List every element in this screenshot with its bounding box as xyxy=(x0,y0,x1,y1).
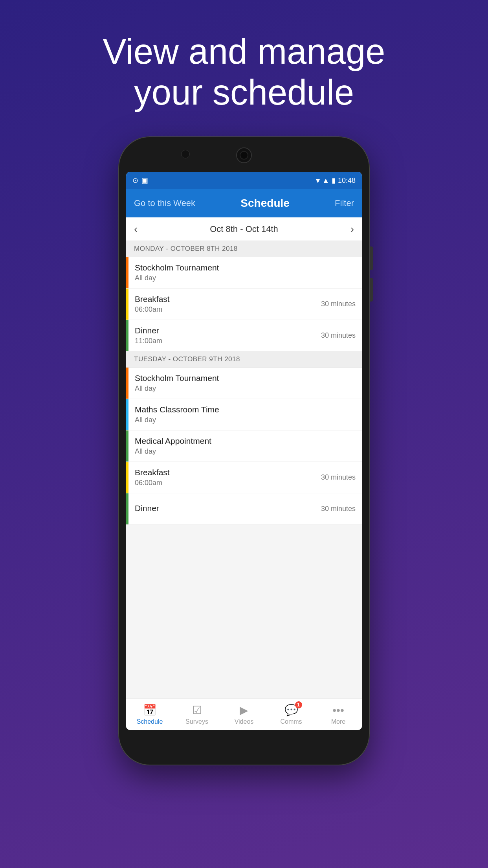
rear-camera xyxy=(236,147,252,163)
app-bar-title: Schedule xyxy=(240,197,289,210)
more-icon: ••• xyxy=(332,704,344,716)
event-item[interactable]: Maths Classroom TimeAll day xyxy=(126,399,362,430)
nav-icon-wrapper-schedule: 📅 xyxy=(143,704,157,717)
nav-item-surveys[interactable]: ☑Surveys xyxy=(173,699,220,730)
nav-item-videos[interactable]: ▶Videos xyxy=(220,699,268,730)
volume-down-button xyxy=(370,278,373,302)
nav-icon-wrapper-surveys: ☑ xyxy=(192,704,202,717)
nav-label-surveys: Surveys xyxy=(185,718,208,725)
prev-week-button[interactable]: ‹ xyxy=(134,223,138,235)
nav-item-comms[interactable]: 💬1Comms xyxy=(268,699,315,730)
event-subtitle: 11:00am xyxy=(135,337,308,345)
front-camera xyxy=(181,150,190,158)
videos-icon: ▶ xyxy=(240,704,248,716)
event-item[interactable]: Breakfast06:00am30 minutes xyxy=(126,289,362,320)
event-title: Dinner xyxy=(135,326,308,335)
event-content: Stockholm TournamentAll day xyxy=(128,257,362,288)
phone-body: ⊙ ▣ ▾ ▲ ▮ 10:48 Go to this Week Schedule… xyxy=(118,136,370,765)
status-bar: ⊙ ▣ ▾ ▲ ▮ 10:48 xyxy=(126,172,362,189)
event-content: Medical AppointmentAll day xyxy=(128,430,362,462)
status-left-icons: ⊙ ▣ xyxy=(132,176,148,185)
week-range-label: Oct 8th - Oct 14th xyxy=(210,224,278,234)
goto-this-week-button[interactable]: Go to this Week xyxy=(134,198,195,208)
event-subtitle: All day xyxy=(135,274,356,282)
schedule-list: MONDAY - OCTOBER 8TH 2018Stockholm Tourn… xyxy=(126,241,362,699)
event-content: Stockholm TournamentAll day xyxy=(128,368,362,399)
sim-icon: ⊙ xyxy=(132,176,138,185)
event-title: Breakfast xyxy=(135,294,308,304)
event-content: Breakfast06:00am xyxy=(128,289,315,320)
signal-icon: ▲ xyxy=(322,177,329,185)
nav-label-videos: Videos xyxy=(235,718,254,725)
nav-item-more[interactable]: •••More xyxy=(315,699,362,730)
nav-label-more: More xyxy=(331,718,345,725)
schedule-icon: 📅 xyxy=(143,704,157,716)
sim2-icon: ▣ xyxy=(141,176,148,185)
day-header-0: MONDAY - OCTOBER 8TH 2018 xyxy=(126,241,362,257)
event-duration: 30 minutes xyxy=(315,462,362,493)
event-content: Breakfast06:00am xyxy=(128,462,315,493)
event-duration: 30 minutes xyxy=(315,289,362,320)
nav-icon-wrapper-comms: 💬1 xyxy=(284,704,298,717)
event-title: Maths Classroom Time xyxy=(135,405,356,414)
wifi-icon: ▾ xyxy=(316,176,320,185)
next-week-button[interactable]: › xyxy=(350,223,354,235)
event-item[interactable]: Stockholm TournamentAll day xyxy=(126,368,362,399)
status-right-icons: ▾ ▲ ▮ 10:48 xyxy=(316,176,356,185)
status-time: 10:48 xyxy=(338,177,356,185)
event-subtitle: 06:00am xyxy=(135,305,308,314)
battery-icon: ▮ xyxy=(332,176,336,185)
nav-icon-wrapper-videos: ▶ xyxy=(240,704,248,717)
day-header-1: TUESDAY - OCTOBER 9TH 2018 xyxy=(126,351,362,368)
phone-screen: ⊙ ▣ ▾ ▲ ▮ 10:48 Go to this Week Schedule… xyxy=(126,172,362,730)
week-navigator: ‹ Oct 8th - Oct 14th › xyxy=(126,217,362,241)
event-title: Stockholm Tournament xyxy=(135,373,356,383)
filter-button[interactable]: Filter xyxy=(335,198,354,208)
surveys-icon: ☑ xyxy=(192,704,202,716)
event-item[interactable]: Breakfast06:00am30 minutes xyxy=(126,462,362,493)
event-content: Dinner xyxy=(128,493,315,524)
event-subtitle: All day xyxy=(135,384,356,393)
event-item[interactable]: Stockholm TournamentAll day xyxy=(126,257,362,289)
bottom-navigation: 📅Schedule☑Surveys▶Videos💬1Comms•••More xyxy=(126,699,362,730)
event-item[interactable]: Medical AppointmentAll day xyxy=(126,430,362,462)
event-subtitle: All day xyxy=(135,447,356,456)
hero-title: View and manage your schedule xyxy=(67,31,421,113)
event-duration: 30 minutes xyxy=(315,493,362,524)
nav-label-comms: Comms xyxy=(280,718,302,725)
app-bar: Go to this Week Schedule Filter xyxy=(126,189,362,217)
phone-mockup: ⊙ ▣ ▾ ▲ ▮ 10:48 Go to this Week Schedule… xyxy=(118,136,370,773)
nav-item-schedule[interactable]: 📅Schedule xyxy=(126,699,173,730)
event-duration: 30 minutes xyxy=(315,320,362,351)
event-content: Dinner11:00am xyxy=(128,320,315,351)
volume-up-button xyxy=(370,246,373,270)
nav-icon-wrapper-more: ••• xyxy=(332,704,344,717)
nav-badge-comms: 1 xyxy=(295,701,302,708)
event-subtitle: All day xyxy=(135,416,356,424)
event-title: Breakfast xyxy=(135,468,308,477)
event-subtitle: 06:00am xyxy=(135,479,308,487)
event-content: Maths Classroom TimeAll day xyxy=(128,399,362,430)
event-title: Dinner xyxy=(135,504,308,513)
event-title: Medical Appointment xyxy=(135,436,356,446)
event-title: Stockholm Tournament xyxy=(135,263,356,272)
event-item[interactable]: Dinner30 minutes xyxy=(126,493,362,525)
nav-label-schedule: Schedule xyxy=(137,718,163,725)
event-item[interactable]: Dinner11:00am30 minutes xyxy=(126,320,362,351)
